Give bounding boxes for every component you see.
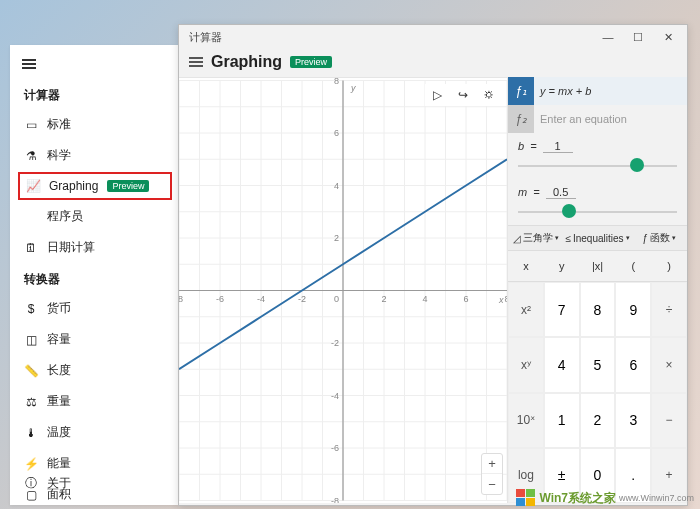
func-icon: ƒ: [642, 233, 648, 244]
svg-text:2: 2: [381, 294, 386, 304]
svg-text:6: 6: [334, 128, 339, 138]
conv-icon: $: [24, 302, 38, 316]
close-button[interactable]: ✕: [653, 25, 683, 49]
mode-icon: ▭: [24, 118, 38, 132]
equation-expr: y = mx + b: [534, 85, 591, 97]
graph-area[interactable]: ▷ ↪ ⛭ -8-8-6-6-4-4-2-2224466880yx + −: [179, 77, 507, 503]
key-5[interactable]: 5: [580, 337, 616, 392]
slider-track[interactable]: [518, 156, 677, 174]
svg-text:-2: -2: [298, 294, 306, 304]
sidebar-item-4[interactable]: 🗓日期计算: [10, 232, 178, 263]
svg-text:-8: -8: [179, 294, 183, 304]
graph-settings-button[interactable]: ⛭: [477, 84, 501, 106]
cat-ineq[interactable]: ≤Inequalities▾: [563, 226, 631, 250]
key-x²[interactable]: x²: [508, 282, 544, 337]
slider-value[interactable]: 1: [543, 140, 573, 153]
svg-text:2: 2: [334, 233, 339, 243]
ineq-icon: ≤: [565, 233, 571, 244]
key-7[interactable]: 7: [544, 282, 580, 337]
keypad: x²789÷xʸ456×10ˣ123−log±0.+: [508, 282, 687, 503]
key-)[interactable]: ): [651, 251, 687, 281]
triangle-icon: ◿: [513, 233, 521, 244]
key-÷[interactable]: ÷: [651, 282, 687, 337]
svg-text:8: 8: [504, 294, 507, 304]
key-−[interactable]: −: [651, 393, 687, 448]
svg-rect-56: [526, 489, 535, 497]
equation-row-2[interactable]: ƒ₂ Enter an equation: [508, 105, 687, 133]
key-×[interactable]: ×: [651, 337, 687, 392]
mode-icon: 🗓: [24, 241, 38, 255]
slider-value[interactable]: 0.5: [546, 186, 576, 199]
key-9[interactable]: 9: [615, 282, 651, 337]
slider-thumb[interactable]: [630, 158, 644, 172]
sidebar-conv-4[interactable]: 🌡温度: [10, 417, 178, 448]
key-3[interactable]: 3: [615, 393, 651, 448]
sidebar-conv-3[interactable]: ⚖重量: [10, 386, 178, 417]
sidebar-item-label: 长度: [47, 362, 71, 379]
key-xʸ[interactable]: xʸ: [508, 337, 544, 392]
svg-text:6: 6: [463, 294, 468, 304]
sidebar-item-label: 货币: [47, 300, 71, 317]
sidebar-item-1[interactable]: ⚗科学: [10, 140, 178, 171]
svg-text:-4: -4: [331, 391, 339, 401]
calculator-window: 计算器 — ☐ ✕ Graphing Preview ▷ ↪ ⛭ -8-8-6-…: [178, 24, 688, 506]
cat-func[interactable]: ƒ函数▾: [632, 226, 687, 250]
zoom-in-button[interactable]: +: [482, 454, 502, 474]
equation-row-1[interactable]: ƒ₁ y = mx + b: [508, 77, 687, 105]
key-4[interactable]: 4: [544, 337, 580, 392]
mode-title: Graphing: [211, 53, 282, 71]
slider-thumb[interactable]: [562, 204, 576, 218]
cat-trig[interactable]: ◿三角学▾: [508, 226, 563, 250]
trace-button[interactable]: ▷: [425, 84, 449, 106]
key-([interactable]: (: [615, 251, 651, 281]
conv-icon: 📏: [24, 364, 38, 378]
slider-track[interactable]: [518, 202, 677, 220]
key-10ˣ[interactable]: 10ˣ: [508, 393, 544, 448]
key-2[interactable]: 2: [580, 393, 616, 448]
mode-icon: 📈: [26, 179, 40, 193]
converter-title: 转换器: [10, 263, 178, 293]
sidebar-item-label: 程序员: [47, 208, 83, 225]
sidebar-item-2[interactable]: 📈GraphingPreview: [18, 172, 172, 200]
graph-grid: -8-8-6-6-4-4-2-2224466880yx: [179, 78, 507, 503]
sidebar-item-3[interactable]: 程序员: [10, 201, 178, 232]
key-6[interactable]: 6: [615, 337, 651, 392]
share-button[interactable]: ↪: [451, 84, 475, 106]
key-8[interactable]: 8: [580, 282, 616, 337]
sidebar-item-label: 关于: [47, 475, 71, 492]
slider-name: b: [518, 140, 524, 152]
sidebar-item-0[interactable]: ▭标准: [10, 109, 178, 140]
menu-icon[interactable]: [189, 55, 203, 69]
key-x[interactable]: x: [508, 251, 544, 281]
svg-text:4: 4: [422, 294, 427, 304]
maximize-button[interactable]: ☐: [623, 25, 653, 49]
svg-rect-55: [516, 489, 525, 497]
mode-icon: ⚗: [24, 149, 38, 163]
key-|x|[interactable]: |x|: [580, 251, 616, 281]
slider-name: m: [518, 186, 527, 198]
conv-icon: ◫: [24, 333, 38, 347]
window-title: 计算器: [189, 30, 222, 45]
function-toggle-2[interactable]: ƒ₂: [508, 105, 534, 133]
sidebar-item-label: 科学: [47, 147, 71, 164]
slider-b: b = 1: [508, 133, 687, 179]
menu-icon[interactable]: [10, 45, 178, 79]
chevron-down-icon: ▾: [672, 234, 676, 242]
slider-m: m = 0.5: [508, 179, 687, 225]
conv-icon: 🌡: [24, 426, 38, 440]
zoom-out-button[interactable]: −: [482, 474, 502, 494]
key-y[interactable]: y: [544, 251, 580, 281]
function-toggle-1[interactable]: ƒ₁: [508, 77, 534, 105]
minimize-button[interactable]: —: [593, 25, 623, 49]
svg-text:y: y: [350, 83, 356, 93]
preview-badge: Preview: [107, 180, 149, 192]
preview-badge: Preview: [290, 56, 332, 68]
sidebar-conv-2[interactable]: 📏长度: [10, 355, 178, 386]
key-1[interactable]: 1: [544, 393, 580, 448]
svg-text:-6: -6: [216, 294, 224, 304]
sidebar-conv-1[interactable]: ◫容量: [10, 324, 178, 355]
sidebar-conv-0[interactable]: $货币: [10, 293, 178, 324]
sidebar-item-about[interactable]: ⓘ 关于: [10, 468, 178, 499]
equation-placeholder: Enter an equation: [534, 113, 627, 125]
os-sidebar: 计算器 ▭标准⚗科学📈GraphingPreview程序员🗓日期计算 转换器 $…: [10, 45, 178, 505]
